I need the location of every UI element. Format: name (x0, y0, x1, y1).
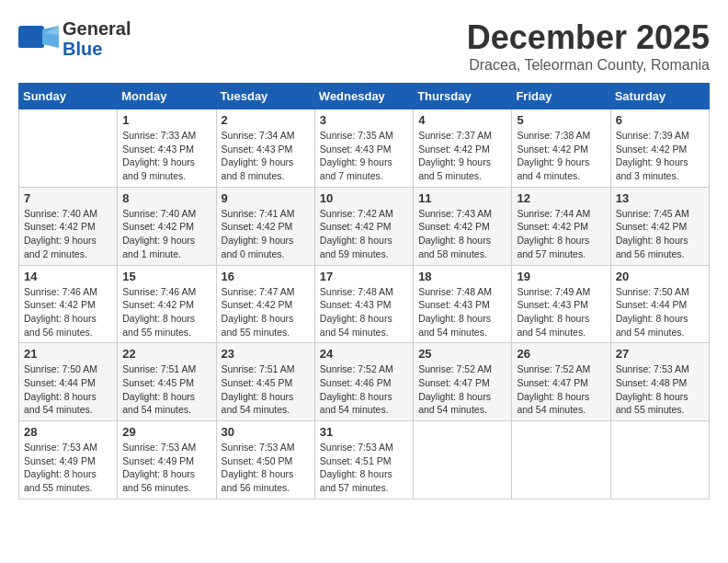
day-info: Sunrise: 7:45 AM Sunset: 4:42 PM Dayligh… (616, 207, 704, 261)
day-number: 28 (24, 425, 112, 439)
day-info: Sunrise: 7:33 AM Sunset: 4:43 PM Dayligh… (122, 129, 210, 183)
day-info: Sunrise: 7:40 AM Sunset: 4:42 PM Dayligh… (24, 207, 112, 261)
page-header: General Blue December 2025 Dracea, Teleo… (18, 18, 710, 74)
day-info: Sunrise: 7:47 AM Sunset: 4:42 PM Dayligh… (222, 285, 310, 339)
day-info: Sunrise: 7:34 AM Sunset: 4:43 PM Dayligh… (222, 129, 310, 183)
calendar-cell: 31Sunrise: 7:53 AM Sunset: 4:51 PM Dayli… (314, 421, 413, 500)
day-number: 10 (320, 191, 408, 205)
calendar-cell: 15Sunrise: 7:46 AM Sunset: 4:42 PM Dayli… (118, 265, 216, 343)
day-number: 5 (517, 113, 605, 127)
day-info: Sunrise: 7:51 AM Sunset: 4:45 PM Dayligh… (122, 362, 210, 417)
day-number: 17 (320, 270, 408, 283)
calendar-cell: 9Sunrise: 7:41 AM Sunset: 4:42 PM Daylig… (216, 187, 314, 265)
weekday-header-friday: Friday (512, 84, 610, 109)
day-info: Sunrise: 7:39 AM Sunset: 4:42 PM Dayligh… (616, 129, 704, 183)
day-info: Sunrise: 7:53 AM Sunset: 4:49 PM Dayligh… (24, 441, 112, 495)
day-info: Sunrise: 7:42 AM Sunset: 4:42 PM Dayligh… (320, 207, 408, 261)
day-number: 12 (517, 191, 605, 205)
day-number: 31 (320, 425, 408, 439)
day-number: 22 (122, 347, 210, 361)
day-info: Sunrise: 7:52 AM Sunset: 4:47 PM Dayligh… (517, 362, 605, 417)
weekday-header-thursday: Thursday (414, 84, 512, 109)
day-info: Sunrise: 7:41 AM Sunset: 4:42 PM Dayligh… (222, 207, 310, 261)
calendar-cell: 4Sunrise: 7:37 AM Sunset: 4:42 PM Daylig… (414, 109, 512, 188)
day-number: 23 (222, 347, 310, 361)
day-number: 3 (320, 113, 408, 127)
calendar-cell: 28Sunrise: 7:53 AM Sunset: 4:49 PM Dayli… (19, 421, 118, 500)
day-info: Sunrise: 7:50 AM Sunset: 4:44 PM Dayligh… (616, 285, 704, 339)
day-info: Sunrise: 7:48 AM Sunset: 4:43 PM Dayligh… (320, 285, 408, 339)
day-number: 15 (122, 270, 210, 283)
day-info: Sunrise: 7:51 AM Sunset: 4:45 PM Dayligh… (222, 362, 310, 417)
weekday-header-sunday: Sunday (19, 84, 118, 109)
calendar-cell: 30Sunrise: 7:53 AM Sunset: 4:50 PM Dayli… (216, 421, 314, 500)
calendar-cell: 12Sunrise: 7:44 AM Sunset: 4:42 PM Dayli… (512, 187, 610, 265)
day-number: 29 (122, 425, 210, 439)
calendar-table: SundayMondayTuesdayWednesdayThursdayFrid… (18, 83, 710, 500)
title-block: December 2025 Dracea, Teleorman County, … (467, 18, 710, 74)
calendar-cell: 2Sunrise: 7:34 AM Sunset: 4:43 PM Daylig… (216, 109, 314, 188)
day-number: 8 (122, 191, 210, 205)
logo-blue: Blue (63, 39, 131, 59)
calendar-cell (19, 109, 118, 188)
calendar-cell: 25Sunrise: 7:52 AM Sunset: 4:47 PM Dayli… (414, 343, 512, 421)
calendar-cell: 5Sunrise: 7:38 AM Sunset: 4:42 PM Daylig… (512, 109, 610, 188)
weekday-header-wednesday: Wednesday (314, 84, 413, 109)
day-info: Sunrise: 7:48 AM Sunset: 4:43 PM Dayligh… (418, 285, 506, 339)
svg-rect-1 (18, 39, 44, 48)
day-number: 11 (418, 191, 506, 205)
day-info: Sunrise: 7:43 AM Sunset: 4:42 PM Dayligh… (418, 207, 506, 261)
day-number: 9 (222, 191, 310, 205)
calendar-cell: 10Sunrise: 7:42 AM Sunset: 4:42 PM Dayli… (314, 187, 413, 265)
day-number: 16 (222, 270, 310, 283)
calendar-cell: 1Sunrise: 7:33 AM Sunset: 4:43 PM Daylig… (118, 109, 216, 188)
day-number: 25 (418, 347, 506, 361)
day-info: Sunrise: 7:53 AM Sunset: 4:51 PM Dayligh… (320, 441, 408, 495)
calendar-cell: 16Sunrise: 7:47 AM Sunset: 4:42 PM Dayli… (216, 265, 314, 343)
calendar-cell: 27Sunrise: 7:53 AM Sunset: 4:48 PM Dayli… (610, 343, 709, 421)
calendar-cell (512, 421, 610, 500)
day-info: Sunrise: 7:49 AM Sunset: 4:43 PM Dayligh… (517, 285, 605, 339)
day-number: 19 (517, 270, 605, 283)
day-info: Sunrise: 7:52 AM Sunset: 4:46 PM Dayligh… (320, 362, 408, 417)
day-info: Sunrise: 7:40 AM Sunset: 4:42 PM Dayligh… (122, 207, 210, 261)
day-info: Sunrise: 7:53 AM Sunset: 4:48 PM Dayligh… (616, 362, 704, 417)
day-info: Sunrise: 7:52 AM Sunset: 4:47 PM Dayligh… (418, 362, 506, 417)
day-number: 20 (616, 270, 704, 283)
calendar-cell: 24Sunrise: 7:52 AM Sunset: 4:46 PM Dayli… (314, 343, 413, 421)
day-info: Sunrise: 7:44 AM Sunset: 4:42 PM Dayligh… (517, 207, 605, 261)
day-info: Sunrise: 7:46 AM Sunset: 4:42 PM Dayligh… (24, 285, 112, 339)
day-number: 13 (616, 191, 704, 205)
calendar-cell: 19Sunrise: 7:49 AM Sunset: 4:43 PM Dayli… (512, 265, 610, 343)
day-number: 7 (24, 191, 112, 205)
day-info: Sunrise: 7:50 AM Sunset: 4:44 PM Dayligh… (24, 362, 112, 417)
day-info: Sunrise: 7:35 AM Sunset: 4:43 PM Dayligh… (320, 129, 408, 183)
weekday-header-monday: Monday (118, 84, 216, 109)
calendar-cell: 7Sunrise: 7:40 AM Sunset: 4:42 PM Daylig… (19, 187, 118, 265)
calendar-cell: 11Sunrise: 7:43 AM Sunset: 4:42 PM Dayli… (414, 187, 512, 265)
day-number: 14 (24, 270, 112, 283)
calendar-cell: 17Sunrise: 7:48 AM Sunset: 4:43 PM Dayli… (314, 265, 413, 343)
day-number: 6 (616, 113, 704, 127)
day-info: Sunrise: 7:37 AM Sunset: 4:42 PM Dayligh… (418, 129, 506, 183)
calendar-cell: 3Sunrise: 7:35 AM Sunset: 4:43 PM Daylig… (314, 109, 413, 188)
calendar-cell: 26Sunrise: 7:52 AM Sunset: 4:47 PM Dayli… (512, 343, 610, 421)
calendar-cell: 14Sunrise: 7:46 AM Sunset: 4:42 PM Dayli… (19, 265, 118, 343)
calendar-cell: 23Sunrise: 7:51 AM Sunset: 4:45 PM Dayli… (216, 343, 314, 421)
month-title: December 2025 (467, 18, 710, 57)
day-number: 26 (517, 347, 605, 361)
day-info: Sunrise: 7:53 AM Sunset: 4:50 PM Dayligh… (222, 441, 310, 495)
day-number: 2 (222, 113, 310, 127)
day-info: Sunrise: 7:46 AM Sunset: 4:42 PM Dayligh… (122, 285, 210, 339)
calendar-cell: 8Sunrise: 7:40 AM Sunset: 4:42 PM Daylig… (118, 187, 216, 265)
logo: General Blue (18, 18, 131, 59)
day-number: 18 (418, 270, 506, 283)
calendar-cell: 13Sunrise: 7:45 AM Sunset: 4:42 PM Dayli… (610, 187, 709, 265)
day-info: Sunrise: 7:53 AM Sunset: 4:49 PM Dayligh… (122, 441, 210, 495)
calendar-cell: 6Sunrise: 7:39 AM Sunset: 4:42 PM Daylig… (610, 109, 709, 188)
calendar-cell (414, 421, 512, 500)
day-info: Sunrise: 7:38 AM Sunset: 4:42 PM Dayligh… (517, 129, 605, 183)
calendar-cell: 29Sunrise: 7:53 AM Sunset: 4:49 PM Dayli… (118, 421, 216, 500)
day-number: 24 (320, 347, 408, 361)
calendar-cell: 18Sunrise: 7:48 AM Sunset: 4:43 PM Dayli… (414, 265, 512, 343)
